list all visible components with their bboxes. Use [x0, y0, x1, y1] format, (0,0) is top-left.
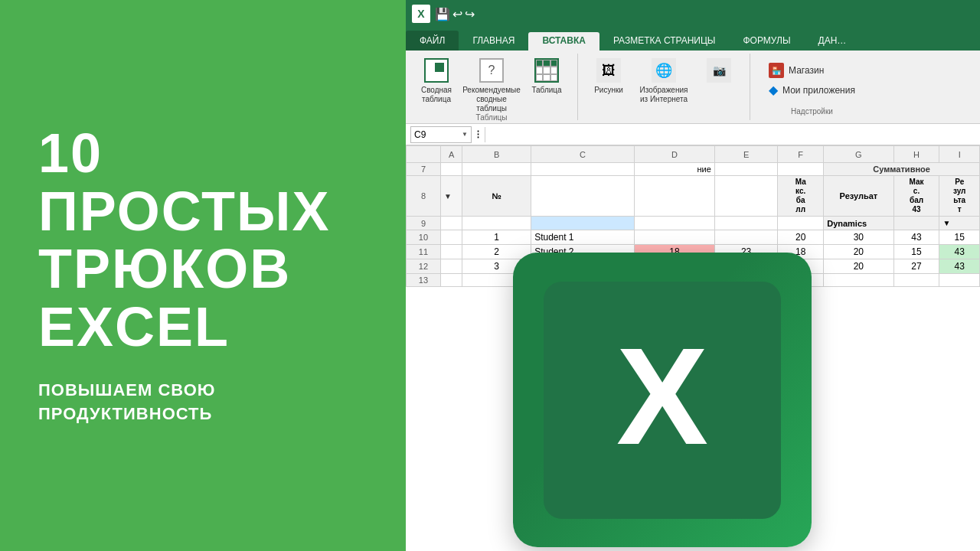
corner-header: [407, 146, 441, 163]
cell-h11[interactable]: 15: [893, 245, 939, 259]
cell-i11[interactable]: 43: [939, 245, 980, 259]
col-header-h[interactable]: H: [893, 146, 939, 163]
cell-f7[interactable]: [778, 163, 824, 176]
cell-f9[interactable]: [778, 217, 824, 230]
cell-e9[interactable]: [714, 217, 777, 230]
row-num-11: 11: [407, 245, 441, 259]
col-header-b[interactable]: B: [462, 146, 531, 163]
pictures-btn[interactable]: 🖼 Рисунки: [587, 57, 630, 95]
cell-i9[interactable]: ▼: [939, 217, 980, 230]
cell-c10[interactable]: Student 1: [531, 230, 635, 245]
cell-h8[interactable]: Макс.бал43: [893, 176, 939, 217]
tab-data[interactable]: ДАН…: [805, 32, 861, 51]
tab-insert[interactable]: ВСТАВКА: [528, 32, 599, 51]
save-icon[interactable]: 💾: [435, 7, 450, 21]
cell-a9[interactable]: [440, 217, 462, 230]
cell-c7[interactable]: [531, 163, 635, 176]
cell-a13[interactable]: [440, 274, 462, 287]
cell-c8[interactable]: [531, 176, 635, 217]
cell-a12[interactable]: [440, 259, 462, 274]
ribbon-tabs: ФАЙЛ ГЛАВНАЯ ВСТАВКА РАЗМЕТКА СТРАНИЦЫ Ф…: [406, 28, 980, 51]
col-header-i[interactable]: I: [939, 146, 980, 163]
cell-a8[interactable]: ▼: [440, 176, 462, 217]
cell-b11[interactable]: 2: [462, 245, 531, 259]
title-bar: X 💾 ↩ ↪: [406, 0, 980, 28]
my-apps-btn[interactable]: ◆ Мои приложения: [769, 83, 855, 97]
redo-icon[interactable]: ↪: [465, 7, 475, 21]
cell-d10[interactable]: [634, 230, 714, 245]
table-row: 9 Dynamics ▼: [407, 217, 980, 230]
addins-group-label: Надстройки: [791, 107, 833, 117]
title-number: 10: [38, 125, 368, 183]
cell-g12[interactable]: 20: [824, 259, 893, 274]
table-row: 10 1 Student 1 20 30 43 15: [407, 230, 980, 245]
cell-h9[interactable]: [893, 217, 939, 230]
ribbon-group-addins: 🏪 Магазин ◆ Мои приложения Надстройки: [750, 54, 874, 120]
cell-f8[interactable]: Макс.балл: [778, 176, 824, 217]
col-header-c[interactable]: C: [531, 146, 635, 163]
cell-f10[interactable]: 20: [778, 230, 824, 245]
cell-g10[interactable]: 30: [824, 230, 893, 245]
cell-d8[interactable]: [634, 176, 714, 217]
cell-c9[interactable]: [531, 217, 635, 230]
row-num-8: 8: [407, 176, 441, 217]
cell-h13[interactable]: [893, 274, 939, 287]
cell-g7-merged[interactable]: Суммативное: [824, 163, 980, 176]
tab-file[interactable]: ФАЙЛ: [406, 31, 459, 51]
screenshot-btn[interactable]: 📷: [697, 57, 740, 86]
left-panel: 10 ПРОСТЫХ ТРЮКОВ EXCEL ПОВЫШАЕМ СВОЮ ПР…: [0, 0, 406, 551]
cell-g11[interactable]: 20: [824, 245, 893, 259]
tab-page-layout[interactable]: РАЗМЕТКА СТРАНИЦЫ: [599, 32, 730, 51]
cell-a11[interactable]: [440, 245, 462, 259]
tab-home[interactable]: ГЛАВНАЯ: [459, 32, 528, 51]
cell-a10[interactable]: [440, 230, 462, 245]
cell-i8[interactable]: Результат: [939, 176, 980, 217]
cell-i13[interactable]: [939, 274, 980, 287]
excel-logo-inner: X: [544, 282, 781, 519]
title-line1: ПРОСТЫХ: [38, 183, 368, 241]
title-line3: EXCEL: [38, 298, 368, 357]
undo-icon[interactable]: ↩: [452, 7, 462, 21]
formula-bar: C9 ▼ ⁝: [406, 124, 980, 145]
col-header-a[interactable]: A: [440, 146, 462, 163]
tab-formulas[interactable]: ФОРМУЛЫ: [729, 32, 804, 51]
online-images-btn[interactable]: 🌐 Изображенияиз Интернета: [636, 57, 691, 104]
store-label: Магазин: [789, 65, 824, 76]
cell-b8[interactable]: №: [462, 176, 531, 217]
cell-h10[interactable]: 43: [893, 230, 939, 245]
row-num-10: 10: [407, 230, 441, 245]
cell-d9[interactable]: [634, 217, 714, 230]
title-line2: ТРЮКОВ: [38, 240, 368, 298]
col-header-g[interactable]: G: [824, 146, 893, 163]
recommended-pivot-btn[interactable]: ? Рекомендуемыесводные таблицы: [464, 57, 519, 113]
name-box-value: C9: [414, 129, 426, 140]
cell-d7[interactable]: ние: [634, 163, 714, 176]
cell-i12[interactable]: 43: [939, 259, 980, 274]
col-header-f[interactable]: F: [778, 146, 824, 163]
pivot-table-btn[interactable]: Своднаятаблица: [415, 57, 458, 104]
col-header-e[interactable]: E: [714, 146, 777, 163]
store-btn[interactable]: 🏪 Магазин: [769, 63, 855, 78]
name-box[interactable]: C9 ▼: [410, 126, 472, 143]
cell-a7[interactable]: [440, 163, 462, 176]
cell-g13[interactable]: [824, 274, 893, 287]
cell-e8[interactable]: [714, 176, 777, 217]
cell-h12[interactable]: 27: [893, 259, 939, 274]
spreadsheet: A B C D E F G H I 7 ние: [406, 145, 980, 551]
formula-bar-separator: [485, 127, 485, 142]
cell-b7[interactable]: [462, 163, 531, 176]
cell-b9[interactable]: [462, 217, 531, 230]
table-btn[interactable]: Таблица: [525, 57, 568, 95]
name-box-arrow[interactable]: ▼: [462, 131, 468, 138]
col-header-d[interactable]: D: [634, 146, 714, 163]
cell-g9[interactable]: Dynamics: [824, 217, 893, 230]
cell-e7[interactable]: [714, 163, 777, 176]
colon-icon: ⁝: [476, 127, 480, 142]
my-apps-label: Мои приложения: [782, 85, 855, 96]
cell-b10[interactable]: 1: [462, 230, 531, 245]
cell-i10[interactable]: 15: [939, 230, 980, 245]
ribbon-group-illustrations: 🖼 Рисунки 🌐 Изображенияиз Интернета 📷: [578, 54, 750, 120]
cell-e10[interactable]: [714, 230, 777, 245]
excel-icon: X: [412, 5, 430, 23]
cell-g8[interactable]: Резульат: [824, 176, 893, 217]
